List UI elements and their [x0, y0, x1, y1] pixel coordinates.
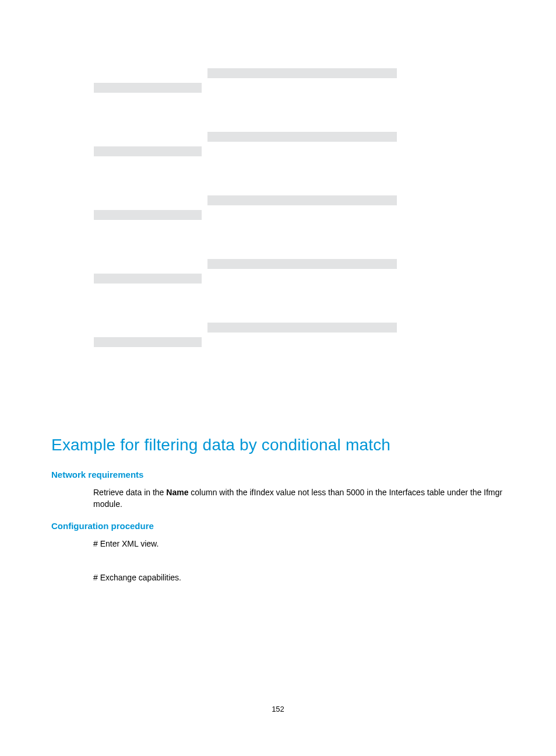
- placeholder-bar: [94, 146, 202, 156]
- placeholder-row: [94, 195, 397, 259]
- page-number: 152: [0, 705, 556, 713]
- placeholder-bar: [94, 337, 202, 347]
- placeholder-bar: [207, 195, 397, 205]
- placeholder-block-region: [94, 68, 397, 386]
- content-region: Example for filtering data by conditiona…: [51, 436, 507, 606]
- placeholder-bar: [207, 68, 397, 78]
- step-enter-xml: # Enter XML view.: [93, 538, 507, 550]
- subheading-network-requirements: Network requirements: [51, 470, 507, 480]
- placeholder-row: [94, 259, 397, 323]
- step-exchange-capabilities: # Exchange capabilities.: [93, 572, 507, 583]
- subheading-configuration-procedure: Configuration procedure: [51, 521, 507, 531]
- text-bold-name: Name: [166, 488, 188, 497]
- placeholder-row: [94, 132, 397, 195]
- placeholder-bar: [94, 83, 202, 93]
- section-title: Example for filtering data by conditiona…: [51, 436, 507, 454]
- placeholder-bar: [94, 210, 202, 220]
- placeholder-bar: [207, 323, 397, 332]
- text-fragment: Retrieve data in the: [93, 488, 166, 497]
- paragraph-retrieve: Retrieve data in the Name column with th…: [93, 487, 507, 510]
- placeholder-bar: [207, 259, 397, 269]
- placeholder-row: [94, 68, 397, 132]
- placeholder-row: [94, 323, 397, 386]
- placeholder-bar: [207, 132, 397, 142]
- placeholder-bar: [94, 274, 202, 284]
